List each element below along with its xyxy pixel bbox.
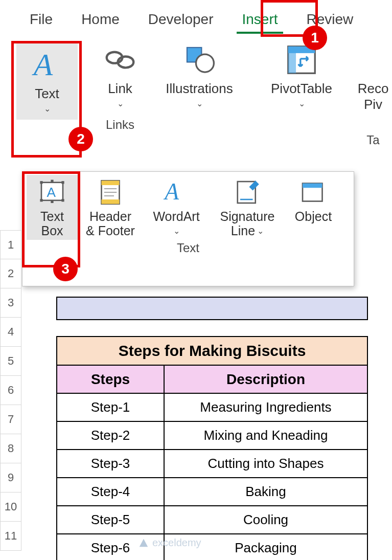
table-title: Steps for Making Biscuits xyxy=(57,337,367,365)
tab-developer[interactable]: Developer xyxy=(134,5,228,37)
svg-rect-11 xyxy=(40,199,42,201)
ribbon-link-label: Link xyxy=(108,81,132,97)
svg-rect-10 xyxy=(61,181,64,184)
chevron-down-icon: ⌄ xyxy=(44,104,51,114)
row-header[interactable]: 8 xyxy=(0,434,21,463)
text-icon: A xyxy=(29,47,65,83)
svg-rect-18 xyxy=(102,199,120,204)
svg-text:A: A xyxy=(32,47,53,82)
ribbon-tabs: File Home Developer Insert Review xyxy=(0,0,392,37)
cell-desc[interactable]: Mixing and Kneading xyxy=(164,421,367,450)
pivottable-icon xyxy=(284,42,319,78)
cell-step[interactable]: Step-4 xyxy=(57,478,164,506)
table-header-band xyxy=(56,297,368,320)
row-header[interactable]: 9 xyxy=(0,463,21,492)
cell-desc[interactable]: Baking xyxy=(164,478,367,506)
textbox-button[interactable]: A Text Box xyxy=(27,175,78,240)
ribbon-illustrations-button[interactable]: Illustrations ⌄ xyxy=(153,42,245,108)
ribbon-insert: A Text ⌄ Link ⌄ Links Illustrations ⌄ Pi… xyxy=(0,42,392,175)
ribbon-illustrations-label: Illustrations xyxy=(166,81,233,97)
headerfooter-icon xyxy=(96,178,125,207)
ribbon-link-button[interactable]: Link ⌄ xyxy=(92,42,148,108)
svg-point-4 xyxy=(196,54,214,72)
svg-text:A: A xyxy=(47,185,56,200)
svg-rect-14 xyxy=(51,200,53,203)
table-row: Step-3Cutting into Shapes xyxy=(57,450,367,478)
tab-review[interactable]: Review xyxy=(292,5,368,37)
biscuit-table: Steps for Making Biscuits Steps Descript… xyxy=(56,336,368,560)
ribbon-pivottable-button[interactable]: PivotTable ⌄ xyxy=(261,42,342,108)
svg-rect-12 xyxy=(61,199,64,201)
table-row: Step-2Mixing and Kneading xyxy=(57,421,367,450)
ribbon-text-label: Text xyxy=(35,86,59,102)
ribbon-recopiv-l1: Reco xyxy=(358,81,389,97)
object-icon xyxy=(299,178,328,207)
row-header[interactable]: 5 xyxy=(0,347,21,376)
signature-icon xyxy=(233,178,262,207)
watermark-text: exceldemy xyxy=(152,537,201,549)
cell-desc[interactable]: Cooling xyxy=(164,506,367,534)
row-header[interactable]: 6 xyxy=(0,376,21,405)
cell-step[interactable]: Step-2 xyxy=(57,421,164,450)
svg-rect-27 xyxy=(303,184,322,188)
svg-rect-9 xyxy=(40,181,42,184)
ribbon-recommended-pivot-button[interactable]: Reco Piv xyxy=(353,42,392,113)
svg-rect-13 xyxy=(51,180,53,183)
chevron-down-icon: ⌄ xyxy=(196,99,203,108)
textbox-icon: A xyxy=(38,178,66,207)
row-header[interactable]: 7 xyxy=(0,405,21,434)
wordart-label: WordArt xyxy=(153,210,199,224)
cell-step[interactable]: Step-3 xyxy=(57,450,164,478)
svg-rect-7 xyxy=(288,47,296,74)
row-header[interactable]: 3 xyxy=(0,288,21,318)
textbox-l1: Text xyxy=(40,210,64,224)
tab-insert[interactable]: Insert xyxy=(227,5,292,37)
ribbon-group-tables: Ta xyxy=(353,133,392,147)
svg-text:A: A xyxy=(163,178,179,205)
wordart-button[interactable]: A WordArt ⌄ xyxy=(143,175,210,238)
ribbon-group-links: Links xyxy=(92,118,148,132)
svg-marker-28 xyxy=(140,539,148,547)
col-desc: Description xyxy=(164,365,367,393)
chevron-down-icon: ⌄ xyxy=(173,226,180,236)
text-gallery-group-label: Text xyxy=(22,240,354,258)
table-row: Step-4Baking xyxy=(57,478,367,506)
chevron-down-icon: ⌄ xyxy=(298,99,305,108)
cell-step[interactable]: Step-5 xyxy=(57,506,164,534)
text-gallery-panel: A Text Box Header & Footer A WordArt ⌄ S… xyxy=(22,171,354,286)
wordart-icon: A xyxy=(162,178,191,207)
tab-file[interactable]: File xyxy=(15,5,67,37)
row-header[interactable]: 4 xyxy=(0,318,21,347)
row-header[interactable]: 10 xyxy=(0,492,21,522)
signature-l2: Line xyxy=(231,224,255,238)
textbox-l2: Box xyxy=(41,224,63,238)
tab-home[interactable]: Home xyxy=(67,5,134,37)
watermark-icon xyxy=(138,537,149,549)
ribbon-text-button[interactable]: A Text ⌄ xyxy=(16,42,78,120)
cell-desc[interactable]: Measuring Ingredients xyxy=(164,393,367,421)
table-row: Step-1Measuring Ingredients xyxy=(57,393,367,421)
chevron-down-icon: ⌄ xyxy=(117,99,124,108)
signature-button[interactable]: Signature Line ⌄ xyxy=(212,175,283,240)
link-icon xyxy=(102,42,138,78)
ribbon-pivottable-label: PivotTable xyxy=(271,81,332,97)
table-row: Step-6Packaging xyxy=(57,534,367,560)
watermark: exceldemy xyxy=(138,537,201,549)
headerfooter-button[interactable]: Header & Footer xyxy=(80,175,141,240)
object-button[interactable]: Object xyxy=(285,175,341,226)
col-steps: Steps xyxy=(57,365,164,393)
row-header[interactable]: 11 xyxy=(0,522,21,551)
signature-l1: Signature xyxy=(220,210,274,224)
object-label: Object xyxy=(295,210,332,224)
table-row: Step-5Cooling xyxy=(57,506,367,534)
cell-step[interactable]: Step-1 xyxy=(57,393,164,421)
headerfooter-l2: & Footer xyxy=(86,224,135,238)
row-header[interactable]: 2 xyxy=(0,259,21,288)
row-header[interactable]: 1 xyxy=(0,230,21,259)
chevron-down-icon: ⌄ xyxy=(257,226,264,236)
cell-desc[interactable]: Cutting into Shapes xyxy=(164,450,367,478)
row-headers: 1 2 3 4 5 6 7 8 9 10 11 xyxy=(0,230,21,551)
svg-rect-17 xyxy=(102,181,120,185)
headerfooter-l1: Header xyxy=(89,210,131,224)
ribbon-recopiv-l2: Piv xyxy=(364,97,382,113)
